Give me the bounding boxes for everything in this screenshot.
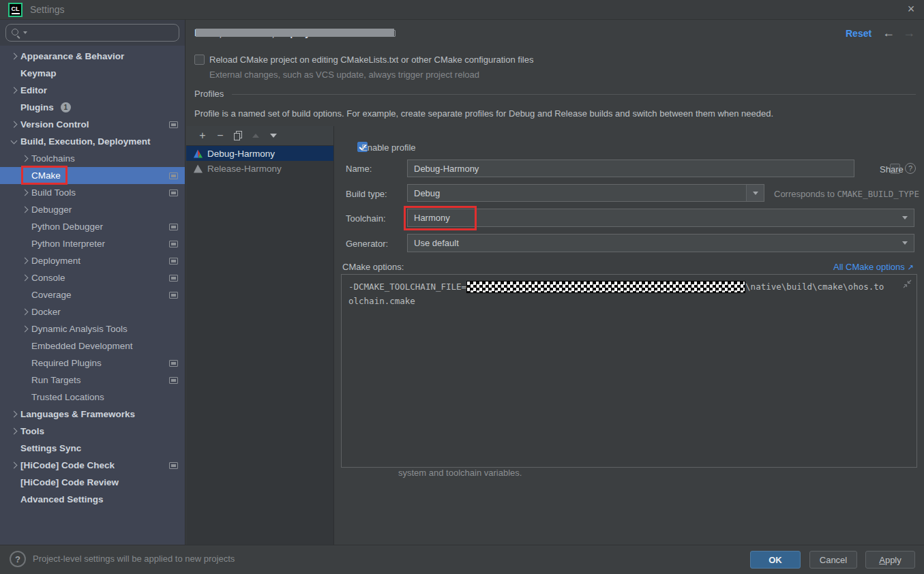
project-settings-icon — [169, 377, 178, 384]
chevron-down-icon[interactable] — [10, 137, 17, 144]
help-icon[interactable]: ? — [10, 551, 26, 567]
sidebar-item-build-execution-deployment[interactable]: Build, Execution, Deployment — [0, 133, 185, 150]
sidebar-item-label: Editor — [20, 85, 47, 95]
generator-dropdown[interactable]: Use default — [407, 234, 914, 252]
sidebar-item-advanced-settings[interactable]: Advanced Settings — [0, 491, 185, 508]
build-type-dropdown-button[interactable] — [746, 185, 764, 201]
sidebar-item-label: Advanced Settings — [20, 494, 104, 504]
build-type-dropdown[interactable]: Debug — [407, 184, 764, 202]
chevron-slot — [7, 122, 20, 127]
name-value: Debug-Harmony — [414, 164, 479, 174]
move-down-button[interactable] — [268, 130, 279, 141]
chevron-right-icon[interactable] — [10, 462, 17, 469]
profiles-panel: + − Debug-HarmonyRelease-Harmony — [186, 126, 334, 545]
sidebar-item-dynamic-analysis-tools[interactable]: Dynamic Analysis Tools — [0, 320, 185, 337]
sidebar-item-label: Trusted Locations — [31, 392, 104, 402]
up-arrow-icon — [252, 134, 259, 138]
sidebar-item-hicode-code-review[interactable]: [HiCode] Code Review — [0, 474, 185, 491]
profile-item-release-harmony[interactable]: Release-Harmony — [186, 161, 333, 176]
chevron-right-icon[interactable] — [21, 258, 28, 265]
chevron-right-icon[interactable] — [21, 326, 28, 333]
sidebar-item-version-control[interactable]: Version Control — [0, 116, 185, 133]
share-help-icon[interactable]: ? — [905, 163, 916, 174]
back-arrow-icon[interactable]: ← — [882, 26, 895, 40]
sidebar-item-languages-frameworks[interactable]: Languages & Frameworks — [0, 406, 185, 423]
sidebar-item-hicode-code-check[interactable]: [HiCode] Code Check — [0, 457, 185, 474]
build-type-value: Debug — [414, 188, 440, 198]
profile-item-debug-harmony[interactable]: Debug-Harmony — [186, 146, 333, 161]
chevron-slot — [7, 88, 20, 93]
chevron-right-icon[interactable] — [21, 207, 28, 213]
chevron-right-icon[interactable] — [10, 121, 17, 128]
search-options-chevron-icon — [23, 31, 27, 34]
sidebar-item-settings-sync[interactable]: Settings Sync — [0, 440, 185, 457]
sidebar-item-toolchains[interactable]: Toolchains — [0, 150, 185, 167]
external-link-icon: ↗ — [907, 263, 913, 271]
cancel-button[interactable]: Cancel — [809, 551, 857, 569]
name-field[interactable]: Debug-Harmony — [407, 160, 854, 177]
settings-tree: Appearance & BehaviorKeymapEditorPlugins… — [0, 48, 185, 508]
chevron-right-icon[interactable] — [21, 190, 28, 196]
apply-button[interactable]: Apply — [865, 551, 915, 569]
sidebar-item-label: Plugins — [20, 102, 54, 112]
profiles-group-label: Profiles — [194, 89, 224, 99]
cmake-options-textarea[interactable]: -DCMAKE_TOOLCHAIN_FILE=\native\build\cma… — [341, 274, 917, 468]
chevron-right-icon[interactable] — [10, 428, 17, 435]
chevron-slot — [18, 156, 31, 161]
sidebar-item-label: Tools — [20, 426, 44, 436]
sidebar-item-build-tools[interactable]: Build Tools — [0, 184, 185, 201]
toolchain-dropdown[interactable]: Harmony — [407, 209, 914, 227]
sidebar-item-console[interactable]: Console — [0, 269, 185, 286]
profile-list: Debug-HarmonyRelease-Harmony — [186, 146, 333, 545]
sidebar-item-embedded-development[interactable]: Embedded Development — [0, 337, 185, 354]
collapse-expand-icon[interactable] — [903, 280, 912, 288]
sidebar-item-cmake[interactable]: CMake — [0, 167, 185, 184]
sidebar-item-editor[interactable]: Editor — [0, 82, 185, 99]
toolchain-label: Toolchain: — [346, 213, 386, 224]
copy-icon — [234, 131, 243, 141]
reload-cmake-label[interactable]: Reload CMake project on editing CMakeLis… — [209, 55, 533, 65]
enable-profile-label[interactable]: Enable profile — [361, 142, 416, 153]
sidebar-item-label: Embedded Development — [31, 341, 133, 351]
project-settings-icon — [169, 121, 178, 128]
close-icon[interactable]: × — [904, 1, 919, 16]
chevron-right-icon[interactable] — [10, 411, 17, 418]
sidebar-item-deployment[interactable]: Deployment — [0, 252, 185, 269]
reload-cmake-checkbox[interactable] — [194, 55, 205, 65]
sidebar-item-trusted-locations[interactable]: Trusted Locations — [0, 389, 185, 406]
all-cmake-options-link[interactable]: All CMake options ↗ — [833, 262, 914, 272]
chevron-right-icon[interactable] — [21, 275, 28, 282]
chevron-right-icon[interactable] — [21, 155, 28, 162]
add-profile-button[interactable]: + — [197, 130, 208, 141]
sidebar-item-plugins[interactable]: Plugins1 — [0, 99, 185, 116]
sidebar-item-python-debugger[interactable]: Python Debugger — [0, 218, 185, 235]
copy-profile-button[interactable] — [233, 130, 243, 141]
sidebar-item-label: Python Interpreter — [31, 239, 105, 249]
sidebar-item-required-plugins[interactable]: Required Plugins — [0, 354, 185, 372]
remove-profile-button[interactable]: − — [215, 130, 226, 141]
options-line-2: olchain.cmake — [348, 294, 910, 308]
ok-button[interactable]: OK — [750, 551, 801, 569]
sidebar-item-keymap[interactable]: Keymap — [0, 65, 185, 82]
sidebar-item-docker[interactable]: Docker — [0, 303, 185, 320]
chevron-right-icon[interactable] — [10, 87, 17, 94]
chevron-right-icon[interactable] — [10, 53, 17, 60]
search-input[interactable] — [5, 24, 179, 42]
sidebar-item-label: Console — [31, 273, 65, 283]
name-label: Name: — [346, 164, 372, 174]
share-label[interactable]: Share — [880, 164, 904, 175]
profiles-group-line — [232, 94, 916, 95]
project-settings-icon — [169, 224, 178, 230]
sidebar-item-python-interpreter[interactable]: Python Interpreter — [0, 235, 185, 252]
sidebar-item-run-targets[interactable]: Run Targets — [0, 372, 185, 389]
chevron-right-icon[interactable] — [21, 309, 28, 316]
build-type-label: Build type: — [346, 189, 387, 199]
sidebar-item-tools[interactable]: Tools — [0, 423, 185, 440]
sidebar-item-coverage[interactable]: Coverage — [0, 286, 185, 303]
sidebar-item-debugger[interactable]: Debugger — [0, 201, 185, 218]
chevron-slot — [18, 275, 31, 280]
reset-link[interactable]: Reset — [846, 28, 871, 39]
sidebar-item-appearance-behavior[interactable]: Appearance & Behavior — [0, 48, 185, 65]
window-title: Settings — [30, 4, 65, 15]
chevron-slot — [18, 327, 31, 331]
